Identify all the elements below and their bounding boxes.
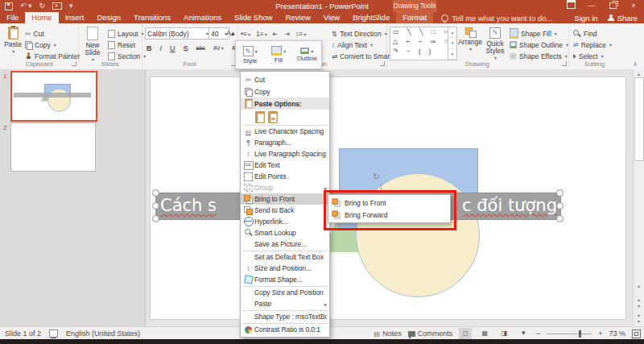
increase-indent-button[interactable]: ⇥ — [284, 30, 290, 38]
resize-handle[interactable] — [556, 189, 564, 197]
shape-row[interactable]: △ ⌐ ¬ ⇒ ☆ — [390, 37, 456, 47]
resize-handle[interactable] — [152, 215, 159, 222]
paste-as-picture-icon[interactable] — [268, 111, 278, 123]
share-button[interactable]: Share — [608, 14, 638, 23]
menu-item-paste[interactable]: Paste — [241, 298, 329, 309]
notes-button[interactable]: Notes — [374, 329, 402, 338]
underline-button[interactable]: U — [168, 44, 177, 52]
reading-view-icon[interactable]: ◨ — [497, 328, 510, 339]
shapes-gallery[interactable]: ▭ ╲ ╲ □ ○ △ ⌐ ¬ ⇒ ☆ ↷ ~ { } ▴▾▾ — [390, 27, 457, 60]
menu-item-bring-to-front[interactable]: Bring to Front — [241, 193, 329, 205]
shape-fill-button[interactable]: Shape Fill — [510, 28, 557, 39]
keep-source-formatting-paste-icon[interactable] — [255, 111, 265, 123]
menu-item-edit-points[interactable]: Edit Points — [241, 171, 329, 182]
fit-to-window-icon[interactable] — [632, 329, 641, 338]
text-direction-button[interactable]: ⇅ Text Direction — [332, 28, 387, 39]
menu-item-paragraph[interactable]: Paragraph... — [241, 137, 329, 148]
tab-design[interactable]: Design — [90, 12, 127, 23]
reset-button[interactable]: Reset — [108, 39, 135, 50]
mini-style-button[interactable]: ✎▾ Style — [236, 41, 264, 68]
increase-font-size-button[interactable]: A▴ — [226, 27, 235, 38]
collapse-ribbon-icon[interactable]: ∧ — [633, 60, 638, 68]
new-slide-button[interactable]: New Slide — [80, 27, 105, 64]
mini-outline-button[interactable]: ▾ Outline — [293, 41, 321, 68]
gallery-scroll[interactable]: ▴▾▾ — [448, 27, 456, 60]
bold-button[interactable]: B — [145, 44, 154, 52]
drawing-dialog-launcher-icon[interactable] — [562, 61, 567, 66]
zoom-slider[interactable] — [547, 334, 592, 334]
tab-home[interactable]: Home — [25, 12, 58, 23]
tab-file[interactable]: File — [0, 12, 25, 23]
tab-insert[interactable]: Insert — [59, 12, 91, 23]
tab-brightslide[interactable]: BrightSlide — [346, 12, 396, 23]
shape-row[interactable]: ↷ ~ { } — [390, 47, 456, 56]
decrease-indent-button[interactable]: ⇤ — [273, 30, 279, 38]
ribbon-display-options-icon[interactable] — [560, 0, 581, 12]
scroll-down-icon[interactable]: ▾ — [634, 284, 643, 289]
text-shadow-button[interactable]: S — [182, 44, 190, 52]
previous-slide-icon[interactable]: ▴▴ — [634, 296, 643, 308]
quick-styles-button[interactable]: ✎ Quick Styles — [483, 27, 507, 62]
layout-button[interactable]: Layout — [108, 28, 144, 39]
slide-sorter-icon[interactable]: ▦ — [478, 328, 491, 339]
rotate-handle-icon[interactable]: ↻ — [373, 172, 380, 182]
menu-item-contrast-ratio[interactable]: Contrast Ratio is 0,0:1 — [241, 324, 329, 335]
resize-handle[interactable] — [152, 202, 159, 209]
sign-in-link[interactable]: Sign in — [575, 14, 598, 23]
scrollbar-thumb[interactable] — [634, 77, 644, 161]
paste-button[interactable]: Paste — [3, 27, 23, 56]
menu-item-set-default-text-box[interactable]: Set as Default Text Box — [241, 251, 329, 263]
comments-button[interactable]: Comments — [408, 329, 453, 338]
tell-me-box[interactable]: Tell me what you want to do... — [441, 12, 552, 23]
mini-fill-button[interactable]: ▾ Fill — [264, 41, 292, 68]
copy-button[interactable]: Copy — [25, 39, 56, 50]
slide-thumbnail-1[interactable] — [10, 71, 97, 122]
bullets-button[interactable]: •≡ — [241, 30, 250, 38]
zoom-slider-thumb[interactable] — [579, 330, 581, 338]
shape-outline-button[interactable]: Shape Outline — [510, 39, 568, 50]
spell-check-icon[interactable] — [49, 329, 58, 338]
menu-item-live-character-spacing[interactable]: Live Character Spacing — [241, 126, 329, 137]
slideshow-view-icon[interactable]: ▼ — [517, 328, 530, 339]
menu-item-copy-size-and-position[interactable]: Copy Size and Position — [241, 287, 329, 298]
tab-format[interactable]: Drawing Tools Format — [396, 12, 433, 23]
language-indicator[interactable]: English (United States) — [66, 329, 140, 338]
cut-button[interactable]: ✂ Cut — [25, 28, 44, 39]
strikethrough-button[interactable]: abc — [195, 45, 207, 51]
zoom-level[interactable]: 73 % — [609, 329, 625, 338]
paragraph-dialog-launcher-icon[interactable] — [380, 61, 385, 66]
menu-item-cut[interactable]: Cut — [241, 73, 329, 85]
resize-handle[interactable] — [556, 202, 564, 209]
italic-button[interactable]: I — [159, 44, 164, 52]
resize-handle[interactable] — [152, 189, 159, 197]
tab-animations[interactable]: Animations — [177, 12, 228, 23]
arrange-button[interactable]: Arrange — [459, 27, 481, 53]
vertical-scrollbar[interactable]: ▴ ▾ ▴▴ ▾▾ — [633, 69, 644, 326]
zoom-in-button[interactable]: + — [598, 329, 602, 338]
menu-item-hyperlink[interactable]: Hyperlink... — [241, 216, 329, 227]
menu-item-copy[interactable]: Copy — [241, 85, 329, 97]
font-name-combobox[interactable]: Calibri (Body)▾ — [145, 27, 211, 39]
shape-row[interactable]: ▭ ╲ ╲ □ ○ — [390, 27, 456, 37]
menu-item-send-to-back[interactable]: Send to Back — [241, 205, 329, 216]
menu-item-live-paragraph-spacing[interactable]: Live Paragraph Spacing — [241, 148, 329, 160]
menu-item-group[interactable]: Group — [241, 182, 329, 193]
clipboard-dialog-launcher-icon[interactable] — [72, 61, 76, 66]
close-icon[interactable]: × — [623, 0, 644, 12]
numbering-button[interactable]: 1≡ — [256, 30, 267, 38]
menu-item-edit-text[interactable]: Edit Text — [241, 160, 329, 171]
submenu-item-bring-to-front[interactable]: Bring to Front — [328, 197, 450, 209]
character-spacing-button[interactable]: AV — [212, 45, 225, 51]
minimize-icon[interactable]: — — [581, 0, 602, 12]
next-slide-icon[interactable]: ▾▾ — [634, 313, 643, 324]
menu-item-shape-type[interactable]: Shape Type : msoTextBox — [241, 311, 329, 322]
line-spacing-button[interactable]: ↕≡ — [295, 30, 306, 38]
tab-view[interactable]: View — [317, 12, 346, 23]
tab-review[interactable]: Review — [279, 12, 317, 23]
normal-view-icon[interactable]: ◻ — [459, 328, 472, 339]
scroll-up-icon[interactable]: ▴ — [634, 71, 643, 77]
zoom-out-button[interactable]: – — [536, 329, 540, 338]
menu-item-smart-lookup[interactable]: Smart Lookup — [241, 227, 329, 238]
restore-icon[interactable] — [602, 0, 623, 12]
menu-item-format-shape[interactable]: Format Shape... — [241, 274, 329, 285]
